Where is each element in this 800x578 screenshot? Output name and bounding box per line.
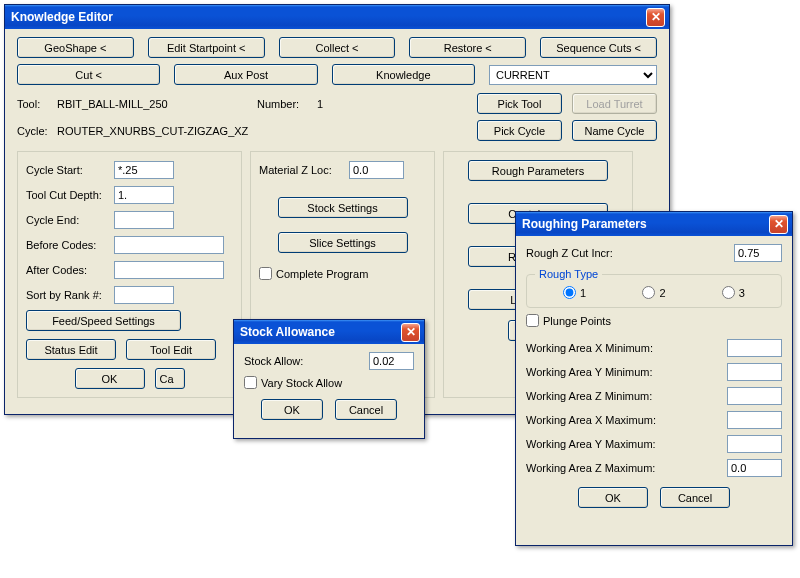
- rough-cancel-button[interactable]: Cancel: [660, 487, 730, 508]
- rough-type-group: Rough Type 1 2 3: [526, 268, 782, 308]
- roughing-parameters-window: Roughing Parameters ✕ Rough Z Cut Incr: …: [515, 211, 793, 546]
- wa-z-min-label: Working Area Z Minimum:: [526, 390, 727, 402]
- wa-x-max-label: Working Area X Maximum:: [526, 414, 727, 426]
- before-codes-input[interactable]: [114, 236, 224, 254]
- after-codes-input[interactable]: [114, 261, 224, 279]
- toolbar-row-2: Cut < Aux Post Knowledge CURRENT: [17, 64, 657, 85]
- wa-y-min-input[interactable]: [727, 363, 782, 381]
- main-ok-button[interactable]: OK: [75, 368, 145, 389]
- wa-y-max-input[interactable]: [727, 435, 782, 453]
- stock-ok-button[interactable]: OK: [261, 399, 323, 420]
- aux-post-button[interactable]: Aux Post: [174, 64, 317, 85]
- rough-type-2-radio[interactable]: 2: [642, 286, 665, 299]
- tool-value: RBIT_BALL-MILL_250: [57, 98, 257, 110]
- cycle-end-label: Cycle End:: [26, 214, 114, 226]
- wa-z-max-label: Working Area Z Maximum:: [526, 462, 727, 474]
- sort-rank-input[interactable]: [114, 286, 174, 304]
- sort-rank-label: Sort by Rank #:: [26, 289, 114, 301]
- toolbar-row-1: GeoShape < Edit Startpoint < Collect < R…: [17, 37, 657, 58]
- cycle-end-input[interactable]: [114, 211, 174, 229]
- pick-tool-button[interactable]: Pick Tool: [477, 93, 562, 114]
- window-title: Roughing Parameters: [522, 217, 769, 231]
- number-label: Number:: [257, 98, 317, 110]
- close-icon[interactable]: ✕: [401, 323, 420, 342]
- sequence-cuts-button[interactable]: Sequence Cuts <: [540, 37, 657, 58]
- plunge-points-checkbox[interactable]: Plunge Points: [526, 314, 782, 327]
- wa-x-min-input[interactable]: [727, 339, 782, 357]
- wa-y-min-label: Working Area Y Minimum:: [526, 366, 727, 378]
- material-z-label: Material Z Loc:: [259, 164, 349, 176]
- vary-stock-checkbox[interactable]: Vary Stock Allow: [244, 376, 414, 389]
- cycle-start-input[interactable]: [114, 161, 174, 179]
- stock-allowance-window: Stock Allowance ✕ Stock Allow: Vary Stoc…: [233, 319, 425, 439]
- close-icon[interactable]: ✕: [646, 8, 665, 27]
- cut-button[interactable]: Cut <: [17, 64, 160, 85]
- before-codes-label: Before Codes:: [26, 239, 114, 251]
- material-z-input[interactable]: [349, 161, 404, 179]
- number-value: 1: [317, 98, 377, 110]
- tool-cut-depth-input[interactable]: [114, 186, 174, 204]
- main-cancel-button[interactable]: Ca: [155, 368, 185, 389]
- cycle-start-label: Cycle Start:: [26, 164, 114, 176]
- stock-allowance-titlebar: Stock Allowance ✕: [234, 320, 424, 344]
- window-title: Knowledge Editor: [11, 10, 646, 24]
- stock-allow-label: Stock Allow:: [244, 355, 369, 367]
- rough-type-1-radio[interactable]: 1: [563, 286, 586, 299]
- close-icon[interactable]: ✕: [769, 215, 788, 234]
- knowledge-button[interactable]: Knowledge: [332, 64, 475, 85]
- wa-y-max-label: Working Area Y Maximum:: [526, 438, 727, 450]
- complete-program-checkbox[interactable]: Complete Program: [259, 267, 426, 280]
- wa-z-min-input[interactable]: [727, 387, 782, 405]
- stock-settings-button[interactable]: Stock Settings: [278, 197, 408, 218]
- wa-z-max-input[interactable]: [727, 459, 782, 477]
- rough-ok-button[interactable]: OK: [578, 487, 648, 508]
- rough-type-3-radio[interactable]: 3: [722, 286, 745, 299]
- tool-edit-button[interactable]: Tool Edit: [126, 339, 216, 360]
- knowledge-select[interactable]: CURRENT: [489, 65, 657, 85]
- geoshape-button[interactable]: GeoShape <: [17, 37, 134, 58]
- collect-button[interactable]: Collect <: [279, 37, 396, 58]
- tool-cut-depth-label: Tool Cut Depth:: [26, 189, 114, 201]
- after-codes-label: After Codes:: [26, 264, 114, 276]
- slice-settings-button[interactable]: Slice Settings: [278, 232, 408, 253]
- wa-x-min-label: Working Area X Minimum:: [526, 342, 727, 354]
- cycle-label: Cycle:: [17, 125, 57, 137]
- stock-cancel-button[interactable]: Cancel: [335, 399, 397, 420]
- knowledge-editor-titlebar: Knowledge Editor ✕: [5, 5, 669, 29]
- window-title: Stock Allowance: [240, 325, 401, 339]
- roughing-parameters-titlebar: Roughing Parameters ✕: [516, 212, 792, 236]
- rough-type-legend: Rough Type: [535, 268, 602, 280]
- wa-x-max-input[interactable]: [727, 411, 782, 429]
- edit-startpoint-button[interactable]: Edit Startpoint <: [148, 37, 265, 58]
- left-panel: Cycle Start: Tool Cut Depth: Cycle End: …: [17, 151, 242, 398]
- name-cycle-button[interactable]: Name Cycle: [572, 120, 657, 141]
- cycle-value: ROUTER_XNURBS_CUT-ZIGZAG_XZ: [57, 125, 357, 137]
- feed-speed-button[interactable]: Feed/Speed Settings: [26, 310, 181, 331]
- load-turret-button: Load Turret: [572, 93, 657, 114]
- pick-cycle-button[interactable]: Pick Cycle: [477, 120, 562, 141]
- restore-button[interactable]: Restore <: [409, 37, 526, 58]
- rough-parameters-button[interactable]: Rough Parameters: [468, 160, 608, 181]
- rough-z-cut-label: Rough Z Cut Incr:: [526, 247, 734, 259]
- tool-label: Tool:: [17, 98, 57, 110]
- stock-allow-input[interactable]: [369, 352, 414, 370]
- rough-z-cut-input[interactable]: [734, 244, 782, 262]
- status-edit-button[interactable]: Status Edit: [26, 339, 116, 360]
